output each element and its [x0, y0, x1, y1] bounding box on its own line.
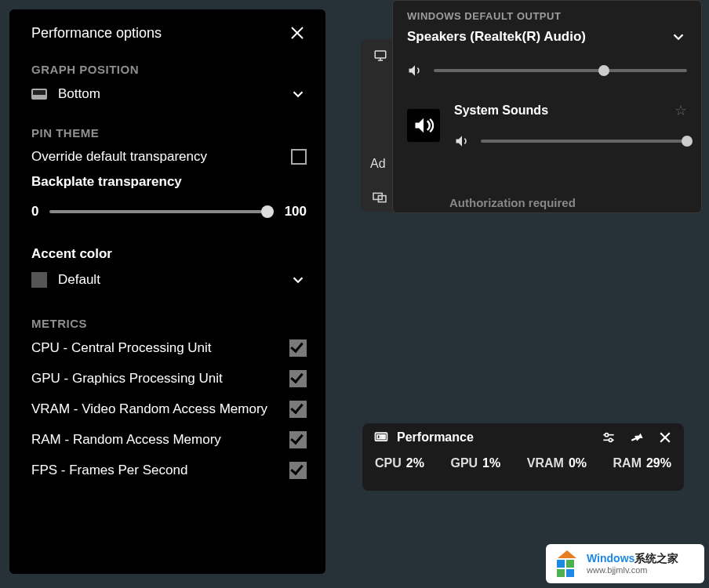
settings-sliders-icon[interactable]	[601, 430, 616, 445]
graph-position-label: GRAPH POSITION	[31, 63, 307, 76]
metric-ram-checkbox[interactable]	[289, 431, 307, 448]
monitor-icon	[373, 49, 387, 63]
auth-required-text: Authorization required	[449, 196, 576, 209]
performance-title: Performance	[397, 430, 474, 445]
stat-cpu-label: CPU	[375, 456, 402, 470]
chevron-down-icon	[289, 271, 307, 289]
backplate-transparency-label: Backplate transparency	[31, 174, 307, 190]
metric-fps-label: FPS - Frames Per Second	[31, 463, 187, 478]
accent-color-value: Default	[58, 272, 100, 288]
panel-title: Performance options	[31, 25, 162, 42]
position-bottom-icon	[31, 89, 47, 100]
system-sounds-icon	[407, 109, 440, 142]
volume-icon[interactable]	[454, 133, 470, 149]
watermark-brand-suffix: 系统之家	[634, 552, 678, 564]
stat-vram-label: VRAM	[527, 456, 564, 470]
metric-fps-checkbox[interactable]	[289, 462, 307, 479]
bg-widget-add: Ad	[370, 157, 386, 171]
svg-rect-0	[375, 51, 386, 58]
graph-position-dropdown[interactable]: Bottom	[31, 85, 307, 103]
performance-options-panel: Performance options GRAPH POSITION Botto…	[9, 9, 325, 574]
metric-cpu-checkbox[interactable]	[289, 339, 307, 357]
volume-icon[interactable]	[407, 63, 423, 78]
watermark: Windows系统之家 www.bjjmlv.com	[546, 544, 704, 583]
svg-point-14	[609, 438, 612, 441]
pin-theme-label: PIN THEME	[31, 126, 307, 140]
metric-vram-label: VRAM - Video Random Access Memory	[31, 401, 267, 417]
svg-rect-8	[377, 435, 380, 439]
metric-gpu-checkbox[interactable]	[289, 370, 307, 387]
metric-cpu-label: CPU - Central Processing Unit	[31, 340, 212, 356]
metric-ram-label: RAM - Random Access Memory	[31, 432, 221, 448]
star-icon[interactable]: ☆	[674, 102, 687, 119]
master-volume-slider[interactable]	[434, 69, 687, 72]
chevron-down-icon	[289, 85, 307, 103]
svg-rect-10	[381, 437, 385, 439]
accent-color-label: Accent color	[31, 246, 307, 262]
screens-icon	[372, 191, 387, 204]
stat-ram-value: 29%	[646, 456, 671, 470]
vol-device-name: Speakers (Realtek(R) Audio)	[407, 29, 586, 45]
watermark-brand-prefix: Windows	[587, 552, 634, 564]
metric-vram-checkbox[interactable]	[289, 401, 307, 418]
watermark-url: www.bjjmlv.com	[587, 565, 678, 575]
close-icon[interactable]	[657, 430, 673, 445]
override-transparency-checkbox[interactable]	[291, 149, 307, 165]
slider-max: 100	[285, 204, 307, 220]
stat-cpu-value: 2%	[406, 456, 424, 470]
volume-flyout: WINDOWS DEFAULT OUTPUT Speakers (Realtek…	[392, 0, 702, 213]
stat-gpu-value: 1%	[482, 456, 500, 470]
backplate-transparency-slider[interactable]	[49, 210, 273, 213]
performance-widget: Performance CPU2% GPU1% VRAM0% RAM29%	[362, 423, 684, 491]
metrics-label: METRICS	[31, 317, 307, 330]
chevron-down-icon[interactable]	[670, 28, 687, 45]
stat-gpu-label: GPU	[450, 456, 478, 470]
metric-gpu-label: GPU - Graphics Processing Unit	[31, 371, 223, 387]
stat-ram-label: RAM	[613, 456, 642, 470]
watermark-logo-icon	[554, 550, 580, 577]
accent-swatch	[31, 272, 47, 288]
system-volume-slider[interactable]	[481, 140, 687, 143]
stat-vram-value: 0%	[569, 456, 587, 470]
override-transparency-label: Override default transparency	[31, 149, 207, 165]
slider-min: 0	[31, 204, 38, 220]
graph-position-value: Bottom	[58, 86, 100, 102]
vol-section-label: WINDOWS DEFAULT OUTPUT	[407, 10, 687, 22]
system-sounds-label: System Sounds	[454, 103, 548, 118]
close-icon[interactable]	[288, 24, 307, 42]
pin-icon[interactable]	[629, 430, 645, 445]
performance-icon	[373, 430, 389, 445]
accent-color-dropdown[interactable]: Default	[31, 271, 307, 289]
svg-rect-9	[381, 435, 385, 437]
svg-point-13	[605, 434, 608, 437]
